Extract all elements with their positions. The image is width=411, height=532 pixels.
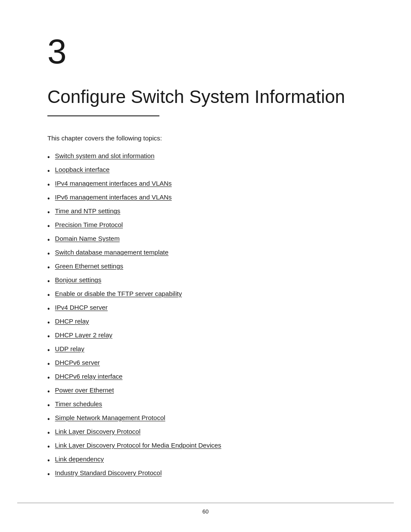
list-item: •Link dependency (47, 454, 364, 466)
bullet-icon: • (47, 428, 50, 438)
topic-link-1[interactable]: Switch system and slot information (55, 151, 155, 161)
bullet-icon: • (47, 304, 50, 314)
bullet-icon: • (47, 359, 50, 369)
chapter-number: 3 (47, 34, 364, 69)
list-item: •Switch system and slot information (47, 151, 364, 162)
title-divider (47, 115, 159, 116)
bullet-icon: • (47, 221, 50, 231)
list-item: •Switch database management template (47, 248, 364, 259)
list-item: •Simple Network Management Protocol (47, 413, 364, 424)
bullet-icon: • (47, 207, 50, 218)
bullet-icon: • (47, 345, 50, 355)
list-item: •Green Ethernet settings (47, 261, 364, 273)
list-item: •Precision Time Protocol (47, 220, 364, 231)
list-item: •DHCP Layer 2 relay (47, 330, 364, 342)
list-item: •Link Layer Discovery Protocol (47, 427, 364, 438)
bullet-icon: • (47, 469, 50, 479)
list-item: •Industry Standard Discovery Protocol (47, 468, 364, 479)
bullet-icon: • (47, 152, 50, 162)
topic-link-23[interactable]: Link dependency (55, 454, 104, 464)
topic-link-20[interactable]: Simple Network Management Protocol (55, 413, 165, 423)
bullet-icon: • (47, 400, 50, 411)
topic-link-10[interactable]: Bonjour settings (55, 275, 102, 285)
bullet-icon: • (47, 317, 50, 328)
list-item: •Bonjour settings (47, 275, 364, 286)
chapter-title: Configure Switch System Information (47, 86, 364, 108)
list-item: •DHCPv6 server (47, 358, 364, 369)
topic-link-16[interactable]: DHCPv6 server (55, 358, 100, 368)
list-item: •Loopback interface (47, 165, 364, 176)
topic-link-12[interactable]: IPv4 DHCP server (55, 303, 108, 313)
topic-link-17[interactable]: DHCPv6 relay interface (55, 372, 123, 382)
bullet-icon: • (47, 386, 50, 397)
list-item: •DHCPv6 relay interface (47, 372, 364, 383)
topic-link-7[interactable]: Domain Name System (55, 234, 120, 244)
list-item: •Time and NTP settings (47, 206, 364, 218)
topic-link-15[interactable]: UDP relay (55, 344, 84, 354)
topic-link-13[interactable]: DHCP relay (55, 317, 89, 327)
bullet-icon: • (47, 276, 50, 286)
topic-link-9[interactable]: Green Ethernet settings (55, 261, 123, 271)
bullet-icon: • (47, 193, 50, 204)
list-item: •IPv4 management interfaces and VLANs (47, 179, 364, 190)
list-item: •Enable or disable the TFTP server capab… (47, 289, 364, 300)
bullet-icon: • (47, 249, 50, 259)
list-item: •IPv6 management interfaces and VLANs (47, 193, 364, 204)
topic-link-3[interactable]: IPv4 management interfaces and VLANs (55, 179, 172, 189)
topic-link-5[interactable]: Time and NTP settings (55, 206, 121, 216)
page-container: 3 Configure Switch System Information Th… (0, 0, 411, 532)
list-item: •Timer schedules (47, 399, 364, 411)
topic-link-11[interactable]: Enable or disable the TFTP server capabi… (55, 289, 182, 299)
footer-divider (17, 503, 394, 503)
bullet-icon: • (47, 290, 50, 300)
bullet-icon: • (47, 414, 50, 424)
topic-link-21[interactable]: Link Layer Discovery Protocol (55, 427, 140, 437)
bullet-icon: • (47, 180, 50, 190)
list-item: •Link Layer Discovery Protocol for Media… (47, 441, 364, 452)
bullet-icon: • (47, 455, 50, 466)
intro-text: This chapter covers the following topics… (47, 134, 364, 143)
bullet-icon: • (47, 235, 50, 245)
topic-link-18[interactable]: Power over Ethernet (55, 386, 114, 395)
list-item: •Domain Name System (47, 234, 364, 245)
topic-link-2[interactable]: Loopback interface (55, 165, 110, 175)
topic-link-19[interactable]: Timer schedules (55, 399, 102, 409)
bullet-icon: • (47, 262, 50, 273)
list-item: •Power over Ethernet (47, 386, 364, 397)
topic-link-4[interactable]: IPv6 management interfaces and VLANs (55, 193, 172, 202)
topic-link-6[interactable]: Precision Time Protocol (55, 220, 123, 230)
topic-link-14[interactable]: DHCP Layer 2 relay (55, 330, 112, 340)
page-number: 60 (202, 508, 209, 515)
page-footer: 60 (0, 503, 411, 515)
bullet-icon: • (47, 442, 50, 452)
topic-link-24[interactable]: Industry Standard Discovery Protocol (55, 468, 162, 478)
bullet-icon: • (47, 331, 50, 342)
bullet-icon: • (47, 373, 50, 383)
topic-link-8[interactable]: Switch database management template (55, 248, 169, 258)
list-item: •IPv4 DHCP server (47, 303, 364, 314)
list-item: •UDP relay (47, 344, 364, 355)
list-item: •DHCP relay (47, 317, 364, 328)
bullet-icon: • (47, 166, 50, 176)
topic-link-22[interactable]: Link Layer Discovery Protocol for Media … (55, 441, 221, 451)
topic-list: •Switch system and slot information•Loop… (47, 151, 364, 482)
